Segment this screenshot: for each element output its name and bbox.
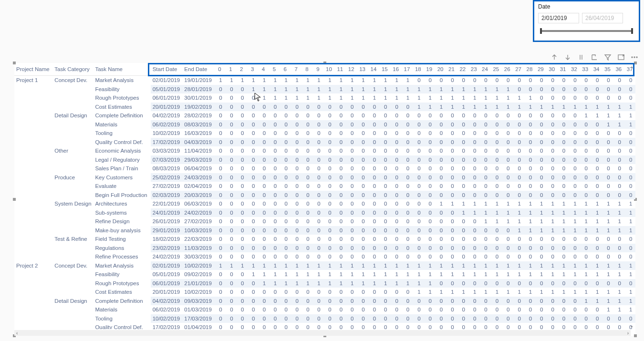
col-day-1[interactable]: 1 — [225, 63, 236, 76]
col-day-23[interactable]: 23 — [468, 63, 479, 76]
cell-value: 0 — [334, 288, 345, 297]
table-row[interactable]: Feasibility05/01/201928/01/2019000111111… — [14, 85, 635, 94]
table-row[interactable]: System DesignArchitectures22/01/201906/0… — [14, 199, 635, 208]
date-slicer[interactable]: Date — [533, 0, 640, 42]
col-day-32[interactable]: 32 — [569, 63, 580, 76]
date-start-input[interactable] — [538, 13, 579, 23]
cell-value: 0 — [225, 120, 236, 129]
table-row[interactable]: Cost Estimates20/01/201919/02/2019000000… — [14, 103, 635, 112]
col-day-26[interactable]: 26 — [502, 63, 513, 76]
table-row[interactable]: Begin Full Production02/03/201920/03/201… — [14, 191, 635, 200]
col-start[interactable]: Start Date — [151, 63, 183, 76]
table-row[interactable]: Sub-systems24/01/201924/02/2019000000000… — [14, 208, 635, 217]
horizontal-scrollbar[interactable]: ‹ › — [14, 330, 631, 336]
table-row[interactable]: Legal / Regulatory07/03/201929/03/201900… — [14, 155, 635, 165]
col-day-30[interactable]: 30 — [546, 63, 557, 76]
cell-value: 0 — [580, 191, 591, 200]
table-row[interactable]: Make-buy analysis29/01/201910/03/2019000… — [14, 226, 635, 235]
col-day-27[interactable]: 27 — [513, 63, 524, 76]
table-row[interactable]: Project 1Concept Dev.Market Analysis02/0… — [14, 76, 635, 85]
col-day-15[interactable]: 15 — [379, 63, 390, 76]
col-day-10[interactable]: 10 — [323, 63, 334, 76]
table-row[interactable]: Feasibility05/01/201909/02/2019000111111… — [14, 270, 635, 279]
matrix-table[interactable]: Project Name Task Category Task Name Sta… — [14, 63, 635, 329]
col-day-17[interactable]: 17 — [401, 63, 412, 76]
col-day-14[interactable]: 14 — [368, 63, 379, 76]
table-row[interactable]: Detail DesignComplete Definition04/02/20… — [14, 297, 635, 306]
table-row[interactable]: Tooling10/02/201917/03/20190000000000000… — [14, 314, 635, 323]
table-row[interactable]: Sales Plan / Train08/03/201906/04/201900… — [14, 164, 635, 173]
table-row[interactable]: Quality Control Def.17/02/201901/04/2019… — [14, 323, 635, 329]
table-row[interactable]: Refine Processes24/02/201930/03/20190000… — [14, 252, 635, 261]
col-day-4[interactable]: 4 — [258, 63, 269, 76]
col-category[interactable]: Task Category — [52, 63, 93, 76]
drill-down-on-icon[interactable] — [564, 53, 571, 61]
focus-mode-icon[interactable] — [617, 53, 625, 61]
table-row[interactable]: Rough Prototypes06/01/201930/01/20190000… — [14, 93, 635, 103]
table-row[interactable]: Project 2Concept Dev.Market Analysis02/0… — [14, 261, 635, 270]
col-day-28[interactable]: 28 — [524, 63, 535, 76]
col-end[interactable]: End Date — [182, 63, 214, 76]
scroll-left-icon[interactable]: ‹ — [16, 331, 18, 336]
col-day-19[interactable]: 19 — [424, 63, 435, 76]
col-day-24[interactable]: 24 — [479, 63, 490, 76]
col-day-21[interactable]: 21 — [446, 63, 457, 76]
filter-icon[interactable] — [604, 53, 612, 61]
col-day-5[interactable]: 5 — [269, 63, 280, 76]
table-row[interactable]: Quality Control Def.17/02/201904/03/2019… — [14, 138, 635, 147]
table-row[interactable]: OtherEconomic Analysis03/03/201911/04/20… — [14, 146, 635, 155]
table-row[interactable]: Rough Prototypes06/01/201921/01/20190000… — [14, 279, 635, 288]
table-row[interactable]: Test & RefineField Testing18/02/201922/0… — [14, 235, 635, 244]
col-day-3[interactable]: 3 — [247, 63, 258, 76]
table-row[interactable]: Cost Estimates20/01/201910/02/2019000000… — [14, 288, 635, 297]
col-day-9[interactable]: 9 — [312, 63, 323, 76]
table-row[interactable]: ProduceKey Customers25/02/201924/03/2019… — [14, 173, 635, 182]
scroll-right-icon[interactable]: › — [627, 331, 629, 336]
col-day-31[interactable]: 31 — [557, 63, 568, 76]
col-day-12[interactable]: 12 — [346, 63, 357, 76]
resize-handle[interactable] — [634, 334, 637, 337]
col-task[interactable]: Task Name — [93, 63, 150, 76]
matrix-visual[interactable]: Project Name Task Category Task Name Sta… — [14, 63, 635, 336]
col-day-22[interactable]: 22 — [457, 63, 468, 76]
col-day-36[interactable]: 36 — [613, 63, 624, 76]
expand-all-icon[interactable] — [577, 53, 585, 61]
col-day-25[interactable]: 25 — [490, 63, 501, 76]
cell-value: 0 — [312, 191, 323, 200]
col-day-7[interactable]: 7 — [291, 63, 301, 76]
col-day-11[interactable]: 11 — [334, 63, 345, 76]
table-row[interactable]: Materials06/02/201908/03/201900000000000… — [14, 120, 635, 129]
table-row[interactable]: Detail DesignComplete Definition04/02/20… — [14, 111, 635, 120]
col-day-20[interactable]: 20 — [435, 63, 446, 76]
col-day-33[interactable]: 33 — [580, 63, 591, 76]
table-row[interactable]: Tooling10/02/201916/03/20190000000000000… — [14, 129, 635, 138]
col-day-16[interactable]: 16 — [390, 63, 401, 76]
cell-end: 28/01/2019 — [182, 85, 214, 94]
cell-value: 1 — [479, 270, 490, 279]
date-end-input[interactable] — [582, 13, 623, 23]
table-row[interactable]: Evaluate27/02/201902/04/2019000000000000… — [14, 182, 635, 191]
cell-value: 0 — [291, 146, 301, 155]
table-row[interactable]: Regulations23/02/201911/03/2019000000000… — [14, 244, 635, 253]
col-day-2[interactable]: 2 — [236, 63, 247, 76]
table-row[interactable]: Materials06/02/201901/03/201900000000000… — [14, 305, 635, 314]
scroll-down-icon[interactable]: ⌄ — [630, 323, 634, 328]
col-day-0[interactable]: 0 — [214, 63, 225, 76]
slider-thumb-start[interactable] — [540, 28, 542, 34]
col-day-34[interactable]: 34 — [591, 63, 602, 76]
col-day-29[interactable]: 29 — [535, 63, 546, 76]
col-day-18[interactable]: 18 — [413, 63, 424, 76]
more-icon[interactable] — [631, 53, 638, 61]
table-row[interactable]: Refine Design26/01/201927/02/20190000000… — [14, 217, 635, 226]
col-day-13[interactable]: 13 — [357, 63, 368, 76]
slider-thumb-end[interactable] — [631, 28, 633, 34]
col-day-35[interactable]: 35 — [602, 63, 613, 76]
date-slider[interactable] — [540, 30, 633, 32]
col-day-8[interactable]: 8 — [301, 63, 312, 76]
scroll-up-icon[interactable]: ⌃ — [630, 66, 634, 71]
drill-up-icon[interactable] — [551, 53, 558, 61]
drill-through-icon[interactable] — [591, 53, 598, 61]
col-day-6[interactable]: 6 — [280, 63, 291, 76]
cell-value: 0 — [413, 76, 424, 85]
col-project[interactable]: Project Name — [14, 63, 52, 76]
